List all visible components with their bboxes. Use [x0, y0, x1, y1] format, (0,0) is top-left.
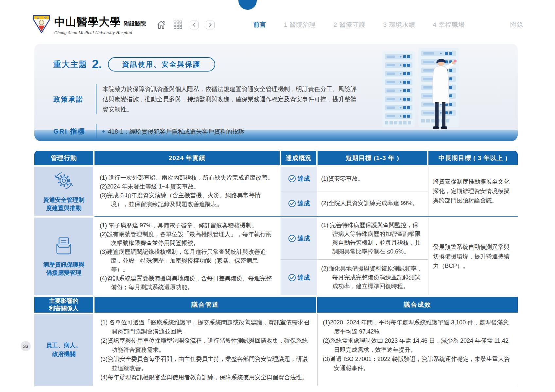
stakeholder-cell: 員工、病人、政府機關 — [34, 314, 93, 386]
gear-cycle-icon — [53, 170, 75, 193]
grid-icon[interactable] — [173, 20, 182, 29]
engagement-effects-cell: (1)2020–2024 年間，平均每年處理系統維護單逾 3,100 件，處理後… — [317, 314, 517, 386]
status-label: 達成 — [298, 199, 310, 208]
status-badge: 達成 — [281, 167, 317, 191]
pennant-logo-icon: 山 中 — [33, 14, 50, 35]
main-nav: 前言 1 醫院治理 2 醫療守護 3 環境永續 4 幸福職場 附錄 — [253, 21, 523, 29]
short-term-goal-cell: (2)全院人員資安訓練完成率達 99%。 — [317, 191, 428, 216]
achievement-item: (3)完成 6 項年度資安演練（含主機當機、火災、網路異常等情境），並保留演練記… — [100, 191, 275, 209]
achievements-cell: (1) 進行一次外部查證、兩次內部稽核，所有缺失皆完成追蹤改善。 (2)2024… — [95, 167, 281, 216]
engagement-channels-cell: (1) 各單位可透過「醫療系統維護單」提交系統問題或改善建議，資訊室依需求召開跨… — [95, 314, 317, 386]
engagement-header-row: 主要影響的利害關係人 議合管道 議合成效 — [34, 297, 518, 313]
nav-appendix[interactable]: 附錄 — [510, 21, 523, 29]
table-row-information-security: 資通安全管理制度建置與推動 (1) 進行一次外部查證、兩次內部稽核，所有缺失皆完… — [34, 167, 518, 216]
channel-item: (2)資訊室與使用單位採雛型法開發流程，進行階段性測試與回饋收集，確保系統功能符… — [100, 336, 311, 354]
goal-text: (1)資安零事故。 — [321, 174, 424, 183]
check-circle-icon — [288, 235, 296, 242]
achievement-item: (3)建置病歷調閱記錄稽核機制，每月進行異常查閱統計與改善追蹤，並設「特殊病歷」… — [100, 248, 275, 274]
hospital-name-english: Chung Shan Medical University Hospital — [54, 30, 146, 35]
topic-number: 2. — [92, 57, 102, 71]
long-term-text: 將資安從制度推動擴展至文化深化，定期辦理資安情境模擬與跨部門風險討論會議。 — [433, 177, 513, 205]
status-label: 達成 — [298, 174, 310, 183]
short-term-goal-cell: (1) 完善特殊病歷保護與查閱監控，保密病人等特殊病歷的加密查詢權限與自動告警機… — [317, 218, 428, 259]
check-circle-icon — [288, 274, 296, 282]
check-circle-icon — [288, 175, 296, 183]
gri-item-text: 418-1：經證實侵犯客戶隱私或遺失客戶資料的投訴 — [108, 126, 244, 137]
achievements-cell: (1) 電子病歷達 97%，具備電子簽章、修訂留痕與稽核機制。 (2)設有帳號管… — [95, 218, 281, 295]
effect-item: (3)通過 ISO 27001：2022 轉版驗證，資訊系統運作穩定，未發生重大… — [323, 354, 512, 373]
prev-page-icon[interactable] — [190, 21, 199, 29]
short-term-goal-cell: (2)強化異地備援與資料復原測試頻率，每月完成完整備份演練並記錄測試成功率，建立… — [317, 260, 428, 295]
status-goal-subrow: 達成 (2)全院人員資安訓練完成率達 99%。 — [281, 191, 428, 216]
status-label: 達成 — [298, 234, 310, 243]
action-cell: 資通安全管理制度建置與推動 — [34, 167, 93, 216]
svg-text:山: 山 — [37, 16, 40, 19]
achievement-item: (1) 進行一次外部查證、兩次內部稽核，所有缺失皆完成追蹤改善。 — [100, 173, 275, 182]
reader-toolbar — [156, 20, 215, 30]
status-badge: 達成 — [281, 191, 317, 216]
status-goal-subrow: 達成 (1)資安零事故。 — [281, 167, 428, 191]
server-rack-illustration — [382, 47, 460, 132]
status-badge: 達成 — [281, 218, 317, 259]
header-achievement-status: 達成概況 — [281, 151, 316, 165]
status-label: 達成 — [298, 273, 310, 282]
hospital-name-sub: 附設醫院 — [124, 20, 146, 27]
next-page-icon[interactable] — [206, 21, 215, 29]
status-goal-subrow: 達成 (1) 完善特殊病歷保護與查閱監控，保密病人等特殊病歷的加密查詢權限與自動… — [281, 218, 428, 259]
table-header-row: 管理行動 2024 年實績 達成概況 短期目標 (1-3 年 ) 中長期目標 (… — [34, 151, 518, 165]
nav-medical-care[interactable]: 2 醫療守護 — [334, 21, 366, 29]
hospital-name-main: 中山醫學大學 — [54, 15, 121, 29]
header-engagement-effects: 議合成效 — [317, 297, 518, 313]
channel-item: (4)每年辦理資訊權限審查與使用者教育訓練，保障系統使用安全與個資合法性。 — [100, 373, 311, 382]
policy-text: 本院致力於保障資訊資產與個人隱私，依循法規建置資通安全管理機制，明訂責任分工、風… — [96, 84, 361, 114]
check-circle-icon — [288, 200, 296, 207]
status-goal-subrow: 達成 (2)強化異地備援與資料復原測試頻率，每月完成完整備份演練並記錄測試成功率… — [281, 259, 428, 295]
effect-item: (1)2020–2024 年間，平均每年處理系統維護單逾 3,100 件，處理後… — [323, 318, 512, 336]
effect-item: (2)系統需求處理時效由 2023 年需 14.46 日，減少為 2024 年僅… — [323, 336, 512, 354]
header-management-action: 管理行動 — [34, 151, 93, 165]
header-long-term-goals: 中長期目標 ( 3 年以上 ) — [428, 151, 518, 165]
bullet-dot-icon — [102, 130, 105, 133]
gri-label: GRI 指標 — [53, 127, 96, 136]
channel-item: (1) 各單位可透過「醫療系統維護單」提交系統問題或改善建議，資訊室依需求召開跨… — [100, 318, 311, 336]
home-icon[interactable] — [156, 20, 166, 30]
nav-foreword[interactable]: 前言 — [253, 21, 266, 29]
long-term-text: 發展預警系統自動偵測異常與切換備援環境，提升營運持續力（BCP）。 — [433, 242, 513, 271]
header-engagement-channels: 議合管道 — [95, 297, 316, 313]
achievement-item: (1) 電子病歷達 97%，具備電子簽章、修訂留痕與稽核機制。 — [100, 221, 275, 230]
status-goal-group: 達成 (1) 完善特殊病歷保護與查閱監控，保密病人等特殊病歷的加密查詢權限與自動… — [281, 218, 428, 295]
page-number: 33 — [21, 341, 31, 351]
archive-box-icon — [54, 236, 74, 257]
action-title: 資通安全管理制度建置與推動 — [43, 196, 85, 212]
header-short-term-goals: 短期目標 (1-3 年 ) — [318, 151, 427, 165]
management-table: 管理行動 2024 年實績 達成概況 短期目標 (1-3 年 ) 中長期目標 (… — [34, 151, 518, 386]
status-goal-group: 達成 (1)資安零事故。 達成 (2)全院人員資安訓練完成率達 99%。 — [281, 167, 428, 216]
achievement-item: (2)2024 年未發生等級 1~4 資安事故。 — [100, 182, 275, 191]
long-term-goal-cell: 將資安從制度推動擴展至文化深化，定期辦理資安情境模擬與跨部門風險討論會議。 — [428, 167, 518, 216]
nav-workplace[interactable]: 4 幸福職場 — [433, 21, 465, 29]
goal-text: (2)強化異地備援與資料復原測試頻率，每月完成完整備份演練並記錄測試成功率，建立… — [321, 264, 424, 291]
policy-label: 政策承諾 — [53, 95, 96, 104]
stakeholder-text: 員工、病人、政府機關 — [45, 341, 83, 359]
hospital-logo: 山 中 中山醫學大學 附設醫院 Chung Shan Medical Unive… — [33, 14, 146, 35]
svg-text:中: 中 — [44, 16, 46, 19]
short-term-goal-cell: (1)資安零事故。 — [317, 167, 428, 191]
status-badge: 達成 — [281, 260, 317, 295]
report-page: 山 中 中山醫學大學 附設醫院 Chung Shan Medical Unive… — [0, 0, 555, 392]
nav-governance[interactable]: 1 醫院治理 — [284, 21, 316, 29]
header-2024-results: 2024 年實績 — [95, 151, 280, 165]
header-stakeholders: 主要影響的利害關係人 — [34, 297, 93, 313]
logo-text: 中山醫學大學 附設醫院 Chung Shan Medical Universit… — [54, 15, 146, 35]
nav-environment[interactable]: 3 環境永續 — [383, 21, 415, 29]
goal-text: (1) 完善特殊病歷保護與查閱監控，保密病人等特殊病歷的加密查詢權限與自動告警機… — [321, 221, 424, 256]
topic-title-pill: 資訊使用、安全與保護 — [108, 57, 215, 72]
table-row-medical-records: 病歷資訊保護與備援應變管理 (1) 電子病歷達 97%，具備電子簽章、修訂留痕與… — [34, 218, 518, 295]
long-term-goal-cell: 發展預警系統自動偵測異常與切換備援環境，提升營運持續力（BCP）。 — [428, 218, 518, 295]
action-title: 病歷資訊保護與備援應變管理 — [43, 261, 85, 277]
topic-hero: 重大主題 2. 資訊使用、安全與保護 政策承諾 本院致力於保障資訊資產與個人隱私… — [34, 44, 518, 130]
goal-text: (2)全院人員資安訓練完成率達 99%。 — [321, 199, 424, 208]
achievement-item: (2)設有帳號管理制度，各單位設「最高權限管理人」，每年執行兩次帳號權限審查並停… — [100, 230, 275, 248]
engagement-row: 員工、病人、政府機關 (1) 各單位可透過「醫療系統維護單」提交系統問題或改善建… — [34, 314, 518, 386]
action-cell: 病歷資訊保護與備援應變管理 — [34, 218, 93, 295]
topbar: 山 中 中山醫學大學 附設醫院 Chung Shan Medical Unive… — [33, 13, 523, 37]
